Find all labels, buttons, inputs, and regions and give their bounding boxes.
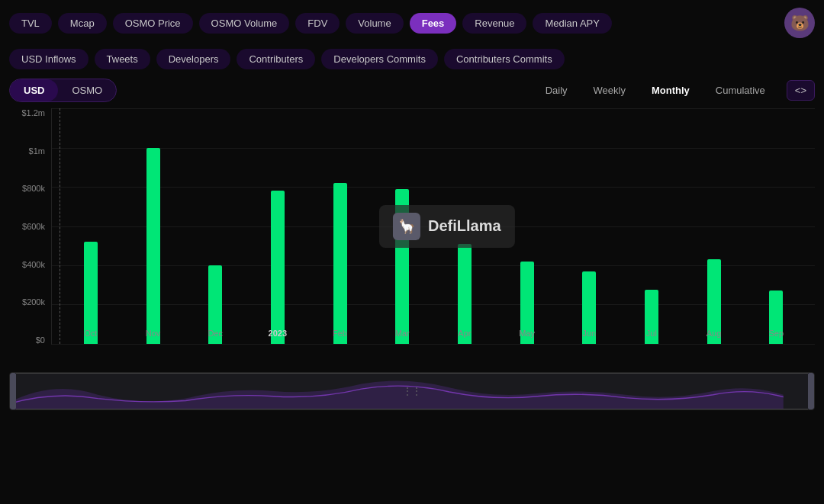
x-label-oct: Oct [60, 329, 122, 338]
bar [271, 191, 285, 344]
y-label: $200k [22, 297, 45, 307]
top-nav-btn-fees[interactable]: Fees [410, 13, 457, 34]
time-btn-cumulative[interactable]: Cumulative [703, 79, 777, 101]
x-label-2023: 2023 [246, 329, 309, 338]
watermark-icon: 🦙 [393, 213, 420, 240]
watermark: 🦙 DefiLlama [379, 205, 515, 248]
bar-group-jul[interactable] [620, 108, 683, 344]
y-label: $800k [22, 184, 45, 193]
bar-group-dec[interactable] [184, 108, 246, 344]
bar-group-2023[interactable] [246, 108, 309, 344]
top-nav-buttons: TVLMcapOSMO PriceOSMO VolumeFDVVolumeFee… [9, 13, 778, 34]
second-nav-btn-usd-inflows[interactable]: USD Inflows [9, 49, 89, 69]
minimap-selection[interactable]: ⋮⋮ [16, 373, 808, 409]
y-label: $0 [36, 335, 45, 345]
top-nav-btn-tvl[interactable]: TVL [9, 13, 52, 34]
y-label: $600k [22, 222, 45, 231]
currency-buttons: USDOSMO [10, 79, 116, 101]
minimap-handle-left[interactable] [10, 373, 16, 409]
bar [333, 183, 347, 344]
second-nav-buttons: USD InflowsTweetsDevelopersContributersD… [9, 49, 565, 69]
time-btn-monthly[interactable]: Monthly [639, 79, 702, 101]
second-nav-btn-contributers-commits[interactable]: Contributers Commits [444, 49, 565, 69]
x-label-nov: Nov [122, 329, 185, 338]
bar-group-nov[interactable] [122, 108, 185, 344]
top-nav-btn-revenue[interactable]: Revenue [462, 13, 526, 34]
currency-btn-usd[interactable]: USD [10, 79, 58, 101]
chart-inner: $1.2m$1m$800k$600k$400k$200k$0 OctNovDec… [9, 108, 815, 368]
x-label-mar: Mar [371, 329, 433, 338]
minimap-handle-right[interactable] [808, 373, 814, 409]
top-nav-btn-mcap[interactable]: Mcap [58, 13, 107, 34]
time-btn-daily[interactable]: Daily [533, 79, 580, 101]
y-label: $400k [22, 260, 45, 269]
watermark-text: DefiLlama [428, 217, 501, 235]
bar-group-feb[interactable] [309, 108, 372, 344]
bar-group-aug[interactable] [683, 108, 745, 344]
bar-group-sep[interactable] [745, 108, 807, 344]
second-nav-btn-contributers[interactable]: Contributers [237, 49, 315, 69]
y-label: $1.2m [21, 108, 45, 117]
second-nav-btn-tweets[interactable]: Tweets [95, 49, 150, 69]
x-label-may: May [496, 329, 558, 338]
minimap-drag-icon: ⋮⋮ [403, 386, 421, 396]
y-axis: $1.2m$1m$800k$600k$400k$200k$0 [9, 108, 51, 345]
bar-group-jun[interactable] [558, 108, 620, 344]
time-btn-weekly[interactable]: Weekly [581, 79, 638, 101]
x-label-jul: Jul [620, 329, 683, 338]
y-label: $1m [29, 146, 45, 156]
chart-plot: OctNovDec2023FebMarAprMayJunJulAugSep 🦙 … [51, 108, 815, 345]
minimap[interactable]: ⋮⋮ [9, 372, 815, 410]
x-label-feb: Feb [309, 329, 372, 338]
bar [146, 148, 160, 345]
time-group: DailyWeeklyMonthlyCumulative <> [533, 79, 815, 101]
top-nav-btn-osmo-volume[interactable]: OSMO Volume [199, 13, 290, 34]
chart-area: $1.2m$1m$800k$600k$400k$200k$0 OctNovDec… [9, 108, 815, 368]
x-label-sep: Sep [745, 329, 807, 338]
top-nav-btn-volume[interactable]: Volume [346, 13, 403, 34]
avatar[interactable]: 🐻 [784, 8, 815, 38]
bar-group-oct[interactable] [60, 108, 122, 344]
second-nav: USD InflowsTweetsDevelopersContributersD… [0, 46, 824, 72]
second-nav-btn-developers-commits[interactable]: Developers Commits [321, 49, 438, 69]
x-label-apr: Apr [433, 329, 496, 338]
time-buttons: DailyWeeklyMonthlyCumulative [533, 79, 777, 101]
top-nav: TVLMcapOSMO PriceOSMO VolumeFDVVolumeFee… [0, 0, 824, 46]
top-nav-btn-median-apy[interactable]: Median APY [533, 13, 612, 34]
embed-button[interactable]: <> [787, 80, 815, 101]
currency-group: USDOSMO [9, 79, 117, 102]
second-nav-btn-developers[interactable]: Developers [156, 49, 231, 69]
top-nav-btn-osmo-price[interactable]: OSMO Price [113, 13, 193, 34]
grid-line [52, 344, 815, 345]
currency-btn-osmo[interactable]: OSMO [58, 79, 116, 101]
controls-row: USDOSMO DailyWeeklyMonthlyCumulative <> [0, 72, 824, 108]
top-nav-btn-fdv[interactable]: FDV [295, 13, 340, 34]
x-label-aug: Aug [683, 329, 745, 338]
x-label-jun: Jun [558, 329, 620, 338]
x-label-dec: Dec [184, 329, 246, 338]
x-axis: OctNovDec2023FebMarAprMayJunJulAugSep [52, 323, 815, 344]
